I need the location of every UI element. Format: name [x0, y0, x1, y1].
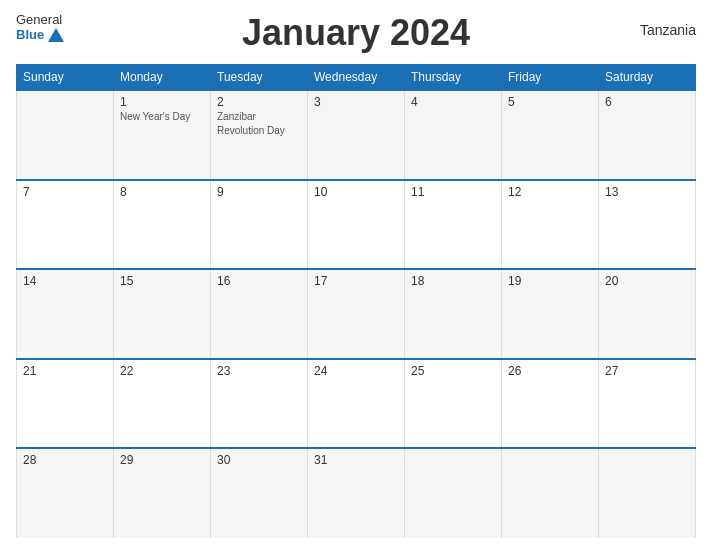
day-number: 28 — [23, 453, 107, 467]
day-number: 14 — [23, 274, 107, 288]
calendar-week-row-4: 21222324252627 — [17, 359, 696, 449]
day-number: 13 — [605, 185, 689, 199]
calendar-cell — [17, 90, 114, 180]
calendar-cell: 18 — [405, 269, 502, 359]
day-number: 8 — [120, 185, 204, 199]
holiday-name: Zanzibar Revolution Day — [217, 111, 285, 136]
calendar-cell: 10 — [308, 180, 405, 270]
calendar-cell: 1New Year's Day — [114, 90, 211, 180]
calendar-body: 1New Year's Day2Zanzibar Revolution Day3… — [17, 90, 696, 538]
day-number: 4 — [411, 95, 495, 109]
day-number: 19 — [508, 274, 592, 288]
calendar-week-row-3: 14151617181920 — [17, 269, 696, 359]
calendar-table: Sunday Monday Tuesday Wednesday Thursday… — [16, 64, 696, 538]
day-number: 31 — [314, 453, 398, 467]
calendar-cell: 12 — [502, 180, 599, 270]
header-thursday: Thursday — [405, 65, 502, 91]
calendar-cell: 27 — [599, 359, 696, 449]
day-number: 23 — [217, 364, 301, 378]
logo-triangle-icon — [48, 28, 64, 42]
calendar-cell: 31 — [308, 448, 405, 538]
calendar-cell: 30 — [211, 448, 308, 538]
calendar-cell: 23 — [211, 359, 308, 449]
calendar-title: January 2024 — [242, 12, 470, 54]
day-number: 2 — [217, 95, 301, 109]
header-sunday: Sunday — [17, 65, 114, 91]
calendar-cell: 25 — [405, 359, 502, 449]
day-number: 25 — [411, 364, 495, 378]
day-number: 26 — [508, 364, 592, 378]
calendar-cell: 24 — [308, 359, 405, 449]
day-number: 10 — [314, 185, 398, 199]
header-tuesday: Tuesday — [211, 65, 308, 91]
day-number: 24 — [314, 364, 398, 378]
day-number: 22 — [120, 364, 204, 378]
calendar-cell: 29 — [114, 448, 211, 538]
day-number: 15 — [120, 274, 204, 288]
calendar-week-row-5: 28293031 — [17, 448, 696, 538]
header-saturday: Saturday — [599, 65, 696, 91]
calendar-cell: 28 — [17, 448, 114, 538]
holiday-name: New Year's Day — [120, 111, 190, 122]
day-number: 6 — [605, 95, 689, 109]
day-number: 17 — [314, 274, 398, 288]
logo: General Blue — [16, 12, 64, 42]
header-friday: Friday — [502, 65, 599, 91]
calendar-cell: 7 — [17, 180, 114, 270]
country-label: Tanzania — [640, 22, 696, 38]
day-number: 7 — [23, 185, 107, 199]
calendar-cell: 13 — [599, 180, 696, 270]
day-number: 27 — [605, 364, 689, 378]
calendar-cell: 16 — [211, 269, 308, 359]
header-wednesday: Wednesday — [308, 65, 405, 91]
calendar-cell: 17 — [308, 269, 405, 359]
day-number: 5 — [508, 95, 592, 109]
day-number: 9 — [217, 185, 301, 199]
day-number: 1 — [120, 95, 204, 109]
calendar-cell: 5 — [502, 90, 599, 180]
day-number: 21 — [23, 364, 107, 378]
calendar-cell: 19 — [502, 269, 599, 359]
day-number: 11 — [411, 185, 495, 199]
calendar-cell: 4 — [405, 90, 502, 180]
day-number: 20 — [605, 274, 689, 288]
header-monday: Monday — [114, 65, 211, 91]
calendar-cell — [502, 448, 599, 538]
calendar-cell: 9 — [211, 180, 308, 270]
calendar-cell: 11 — [405, 180, 502, 270]
calendar-week-row-1: 1New Year's Day2Zanzibar Revolution Day3… — [17, 90, 696, 180]
calendar-cell: 8 — [114, 180, 211, 270]
logo-general: General — [16, 12, 62, 27]
day-number: 30 — [217, 453, 301, 467]
day-number: 29 — [120, 453, 204, 467]
calendar-cell: 20 — [599, 269, 696, 359]
calendar-cell — [405, 448, 502, 538]
calendar-week-row-2: 78910111213 — [17, 180, 696, 270]
calendar-cell — [599, 448, 696, 538]
calendar-wrapper: General Blue January 2024 Tanzania Sunda… — [0, 0, 712, 550]
calendar-cell: 2Zanzibar Revolution Day — [211, 90, 308, 180]
calendar-cell: 21 — [17, 359, 114, 449]
calendar-cell: 3 — [308, 90, 405, 180]
logo-blue: Blue — [16, 27, 64, 42]
calendar-header: General Blue January 2024 Tanzania — [16, 12, 696, 54]
calendar-cell: 22 — [114, 359, 211, 449]
calendar-cell: 15 — [114, 269, 211, 359]
weekday-header-row: Sunday Monday Tuesday Wednesday Thursday… — [17, 65, 696, 91]
day-number: 12 — [508, 185, 592, 199]
calendar-cell: 6 — [599, 90, 696, 180]
calendar-cell: 14 — [17, 269, 114, 359]
calendar-cell: 26 — [502, 359, 599, 449]
day-number: 16 — [217, 274, 301, 288]
day-number: 3 — [314, 95, 398, 109]
day-number: 18 — [411, 274, 495, 288]
